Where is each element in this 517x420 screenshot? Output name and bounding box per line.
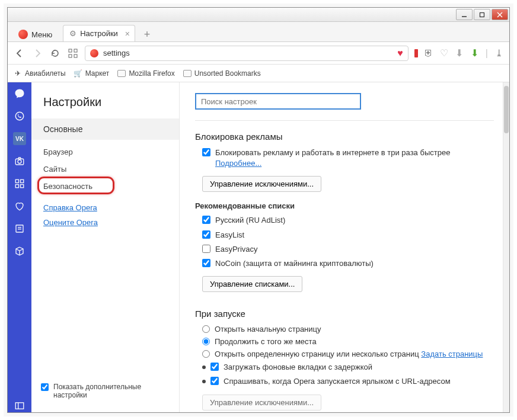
scrollbar-thumb[interactable]: [504, 86, 509, 133]
grid-icon[interactable]: [13, 177, 26, 190]
set-pages-link[interactable]: Задать страницы: [421, 350, 483, 358]
svg-rect-15: [16, 225, 23, 232]
svg-rect-7: [74, 54, 77, 57]
settings-content: Блокировка рекламы Блокировать рекламу и…: [180, 82, 509, 412]
extension-green-icon[interactable]: ⬇: [470, 49, 480, 58]
list-easylist-label: EasyList: [215, 230, 244, 241]
download-ext-icon[interactable]: ⬇: [455, 49, 464, 58]
nav-browser[interactable]: Браузер: [31, 143, 179, 161]
heart-sidebar-icon[interactable]: [13, 200, 26, 213]
svg-rect-5: [74, 49, 77, 52]
bookmarks-bar: ✈Авиабилеты 🛒Маркет Mozilla Firefox Unso…: [8, 65, 509, 82]
gear-icon: ⚙: [69, 29, 76, 38]
svg-rect-14: [21, 185, 24, 188]
vpn-icon[interactable]: ♡: [439, 49, 449, 58]
browser-window: Меню ⚙ Настройки × + ♥ ⛨ ♡ ⬇ ⬇ | ⤓ ✈: [7, 7, 510, 413]
forward-button[interactable]: [31, 47, 43, 59]
speed-dial-button[interactable]: [67, 47, 79, 59]
svg-rect-4: [69, 49, 72, 52]
help-link[interactable]: Справка Opera: [43, 203, 167, 212]
plane-icon: ✈: [14, 69, 22, 78]
panel-toggle-icon[interactable]: [13, 399, 26, 412]
settings-sidebar: Настройки Основные Браузер Сайты Безопас…: [31, 82, 180, 412]
adblock-more-link[interactable]: Подробнее...: [215, 159, 261, 168]
list-easyprivacy-checkbox[interactable]: [202, 245, 210, 253]
nav-sites[interactable]: Сайты: [31, 161, 179, 178]
content-area: VK Настройки Основные Браузер Сайты Безо…: [8, 82, 509, 412]
svg-rect-13: [15, 185, 18, 188]
adblock-enable-checkbox[interactable]: [202, 148, 210, 156]
camera-icon[interactable]: [13, 155, 26, 168]
bookmark-item[interactable]: ✈Авиабилеты: [14, 69, 66, 78]
nav-basic[interactable]: Основные: [31, 118, 179, 140]
rate-link[interactable]: Оцените Opera: [43, 218, 167, 227]
list-nocoin-label: NoCoin (защита от майнинга криптовалюты): [215, 258, 374, 269]
startup-specific-label: Открыть определенную страницу или нескол…: [215, 350, 483, 358]
bookmark-item[interactable]: 🛒Маркет: [74, 69, 110, 78]
sidebar-mini: VK: [8, 82, 31, 412]
startup-manage-exceptions-button[interactable]: Управление исключениями...: [202, 395, 321, 411]
startup-startpage-label: Открыть начальную страницу: [215, 325, 321, 334]
show-advanced-checkbox-row[interactable]: Показать дополнительные настройки: [31, 377, 179, 405]
svg-rect-11: [15, 179, 18, 182]
section-startup: При запуске Открыть начальную страницу П…: [195, 309, 494, 412]
vk-icon[interactable]: VK: [13, 132, 26, 145]
heart-icon[interactable]: ♥: [397, 48, 403, 59]
toolbar: ♥ ⛨ ♡ ⬇ ⬇ | ⤓: [8, 42, 509, 65]
bookmark-item[interactable]: Unsorted Bookmarks: [183, 69, 261, 78]
startup-continue-label: Продолжить с того же места: [215, 337, 317, 346]
svg-point-8: [15, 112, 24, 120]
whatsapp-icon[interactable]: [13, 110, 26, 123]
shield-icon[interactable]: ⛨: [424, 49, 433, 58]
downloads-button[interactable]: ⤓: [494, 49, 503, 58]
bookmark-label: Авиабилеты: [25, 69, 66, 78]
startup-specific-radio[interactable]: [202, 350, 210, 358]
manage-exceptions-button[interactable]: Управление исключениями...: [202, 176, 321, 192]
list-nocoin-checkbox[interactable]: [202, 259, 210, 267]
startup-title: При запуске: [195, 309, 494, 319]
show-advanced-label: Показать дополнительные настройки: [53, 383, 170, 399]
startup-startpage-radio[interactable]: [202, 325, 210, 333]
ask-url-label: Спрашивать, когда Opera запускается ярлы…: [224, 376, 451, 387]
settings-search-input[interactable]: [195, 93, 361, 110]
bullet-icon: [202, 366, 206, 369]
bookmark-label: Маркет: [85, 69, 110, 78]
extension-icon[interactable]: [414, 49, 418, 57]
nav-security-label: Безопасность: [43, 182, 92, 191]
bg-tabs-checkbox[interactable]: [210, 363, 219, 371]
new-tab-button[interactable]: +: [140, 27, 154, 41]
address-input[interactable]: [103, 49, 392, 57]
list-ru-checkbox[interactable]: [202, 216, 210, 224]
back-button[interactable]: [14, 47, 25, 59]
opera-menu-label: Меню: [31, 30, 52, 39]
bg-tabs-label: Загружать фоновые вкладки с задержкой: [224, 362, 372, 373]
news-icon[interactable]: [13, 222, 26, 235]
tab-close-button[interactable]: ×: [125, 29, 130, 39]
svg-rect-6: [69, 54, 72, 57]
window-titlebar: [8, 8, 509, 22]
adblock-title: Блокировка рекламы: [195, 132, 494, 142]
window-minimize-button[interactable]: [456, 9, 473, 20]
tab-settings[interactable]: ⚙ Настройки ×: [63, 25, 135, 41]
show-advanced-checkbox[interactable]: [41, 383, 49, 391]
startup-continue-radio[interactable]: [202, 338, 210, 345]
svg-point-10: [18, 160, 21, 163]
nav-security[interactable]: Безопасность: [31, 178, 179, 195]
reload-button[interactable]: [49, 47, 61, 59]
list-easyprivacy-label: EasyPrivacy: [215, 244, 258, 255]
list-easylist-checkbox[interactable]: [202, 230, 210, 239]
settings-title: Настройки: [31, 95, 179, 118]
window-close-button[interactable]: [492, 9, 508, 20]
folder-icon: [117, 70, 126, 77]
messenger-icon[interactable]: [13, 87, 26, 100]
list-ru-label: Русский (RU AdList): [215, 215, 285, 226]
svg-rect-12: [21, 179, 24, 182]
window-maximize-button[interactable]: [474, 9, 490, 20]
manage-lists-button[interactable]: Управление списками...: [202, 276, 302, 292]
recommended-lists-title: Рекомендованные списки: [195, 201, 494, 210]
ask-url-checkbox[interactable]: [210, 377, 219, 385]
box-icon[interactable]: [13, 245, 26, 258]
bookmark-item[interactable]: Mozilla Firefox: [117, 69, 174, 78]
opera-menu-button[interactable]: Меню: [12, 27, 58, 41]
address-bar[interactable]: ♥: [85, 46, 409, 61]
